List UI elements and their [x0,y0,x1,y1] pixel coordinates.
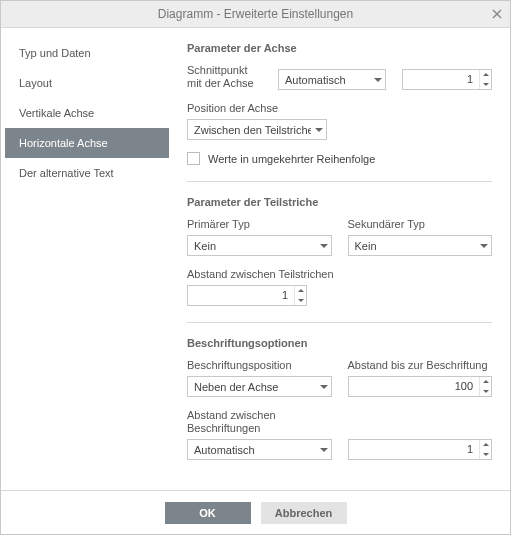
secondary-type-select[interactable]: Kein [348,235,493,256]
label-interval-select[interactable]: Automatisch [187,439,332,460]
dialog-title: Diagramm - Erweiterte Einstellungen [158,7,353,21]
reverse-order-checkbox[interactable] [187,152,200,165]
chevron-down-icon [480,244,488,248]
tick-interval-spinner[interactable]: 1 [187,285,307,306]
label-interval-spinner[interactable]: 1 [348,439,493,460]
spinner-up-icon[interactable] [480,440,491,450]
chevron-down-icon [315,128,323,132]
axis-cross-label: Schnittpunkt mit der Achse [187,64,262,90]
chevron-down-icon [374,78,382,82]
spinner-down-icon[interactable] [480,80,491,90]
ok-button[interactable]: OK [165,502,251,524]
axis-position-select[interactable]: Zwischen den Teilstrichen [187,119,327,140]
label-position-select[interactable]: Neben der Achse [187,376,332,397]
chevron-down-icon [320,244,328,248]
primary-type-select[interactable]: Kein [187,235,332,256]
sidebar-item-vertical-axis[interactable]: Vertikale Achse [5,98,169,128]
primary-type-label: Primärer Typ [187,218,332,231]
spinner-up-icon[interactable] [480,70,491,80]
tick-params-title: Parameter der Teilstriche [187,181,492,208]
tick-interval-label: Abstand zwischen Teilstrichen [187,268,334,281]
label-distance-spinner[interactable]: 100 [348,376,493,397]
axis-position-label: Position der Achse [187,102,327,115]
chevron-down-icon [320,448,328,452]
sidebar-item-alternative-text[interactable]: Der alternative Text [5,158,169,188]
label-distance-label: Abstand bis zur Beschriftung [348,359,493,372]
dialog: Diagramm - Erweiterte Einstellungen Typ … [0,0,511,535]
titlebar: Diagramm - Erweiterte Einstellungen [1,1,510,28]
sidebar-item-layout[interactable]: Layout [5,68,169,98]
chevron-down-icon [320,385,328,389]
spinner-down-icon[interactable] [480,450,491,460]
spinner-up-icon[interactable] [295,286,306,296]
close-icon[interactable] [490,7,504,21]
secondary-type-label: Sekundärer Typ [348,218,493,231]
sidebar: Typ und Daten Layout Vertikale Achse Hor… [1,28,173,490]
settings-panel: Parameter der Achse Schnittpunkt mit der… [173,28,510,490]
axis-cross-value-spinner[interactable]: 1 [402,69,492,90]
label-interval-type-label: Abstand zwischen Beschriftungen [187,409,332,435]
dialog-footer: OK Abbrechen [1,490,510,534]
label-position-label: Beschriftungsposition [187,359,332,372]
axis-cross-select[interactable]: Automatisch [278,69,386,90]
sidebar-item-type-and-data[interactable]: Typ und Daten [5,38,169,68]
spinner-down-icon[interactable] [480,387,491,397]
axis-params-title: Parameter der Achse [187,42,492,54]
spinner-down-icon[interactable] [295,296,306,306]
spinner-up-icon[interactable] [480,377,491,387]
cancel-button[interactable]: Abbrechen [261,502,347,524]
sidebar-item-horizontal-axis[interactable]: Horizontale Achse [5,128,169,158]
reverse-order-label: Werte in umgekehrter Reihenfolge [208,153,375,165]
label-opts-title: Beschriftungsoptionen [187,322,492,349]
